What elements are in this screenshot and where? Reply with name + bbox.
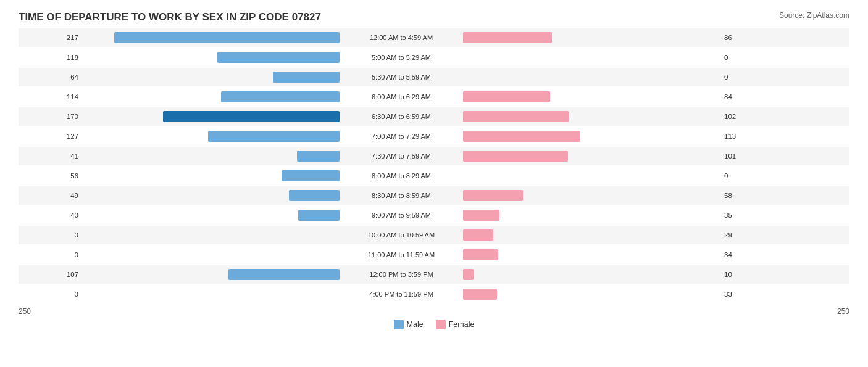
male-value: 0 bbox=[55, 251, 78, 258]
table-row: 114 6:00 AM to 6:29 AM 84 bbox=[19, 88, 849, 106]
chart-area: 217 12:00 AM to 4:59 AM 86 118 5:00 A bbox=[19, 28, 849, 303]
female-value: 101 bbox=[724, 152, 748, 160]
time-label: 5:00 AM to 5:29 AM bbox=[340, 54, 463, 61]
male-value: 0 bbox=[55, 231, 78, 239]
female-swatch bbox=[436, 320, 446, 329]
axis-left-value: 250 bbox=[19, 307, 31, 316]
male-value: 217 bbox=[55, 34, 78, 41]
male-value: 127 bbox=[55, 133, 78, 140]
table-row: 107 12:00 PM to 3:59 PM 10 bbox=[19, 265, 849, 284]
time-label: 4:00 PM to 11:59 PM bbox=[340, 291, 463, 298]
female-value: 0 bbox=[724, 54, 748, 61]
female-value: 29 bbox=[724, 231, 748, 239]
male-value: 49 bbox=[55, 192, 78, 199]
female-value: 33 bbox=[724, 291, 748, 298]
axis-bottom: 250 250 bbox=[19, 307, 849, 316]
male-value: 64 bbox=[55, 73, 78, 81]
male-swatch bbox=[394, 320, 404, 329]
male-value: 56 bbox=[55, 172, 78, 179]
table-row: 56 8:00 AM to 8:29 AM 0 bbox=[19, 167, 849, 185]
table-row: 49 8:30 AM to 8:59 AM 58 bbox=[19, 186, 849, 205]
male-value: 170 bbox=[55, 113, 78, 120]
table-row: 217 12:00 AM to 4:59 AM 86 bbox=[19, 28, 849, 47]
female-value: 113 bbox=[724, 133, 748, 140]
table-row: 0 4:00 PM to 11:59 PM 33 bbox=[19, 285, 849, 303]
female-value: 0 bbox=[724, 73, 748, 81]
legend-female: Female bbox=[436, 320, 475, 329]
time-label: 12:00 PM to 3:59 PM bbox=[340, 271, 463, 278]
table-row: 40 9:00 AM to 9:59 AM 35 bbox=[19, 206, 849, 225]
time-label: 11:00 AM to 11:59 AM bbox=[340, 251, 463, 258]
male-value: 41 bbox=[55, 152, 78, 160]
female-value: 35 bbox=[724, 212, 748, 219]
female-label: Female bbox=[449, 320, 475, 329]
time-label: 8:30 AM to 8:59 AM bbox=[340, 192, 463, 199]
time-label: 6:00 AM to 6:29 AM bbox=[340, 93, 463, 101]
time-label: 7:30 AM to 7:59 AM bbox=[340, 152, 463, 160]
table-row: 118 5:00 AM to 5:29 AM 0 bbox=[19, 48, 849, 67]
female-value: 0 bbox=[724, 172, 748, 179]
table-row: 0 11:00 AM to 11:59 AM 34 bbox=[19, 245, 849, 264]
male-value: 114 bbox=[55, 93, 78, 101]
table-row: 127 7:00 AM to 7:29 AM 113 bbox=[19, 127, 849, 146]
time-label: 9:00 AM to 9:59 AM bbox=[340, 212, 463, 219]
male-label: Male bbox=[407, 320, 424, 329]
female-value: 58 bbox=[724, 192, 748, 199]
female-value: 10 bbox=[724, 271, 748, 278]
chart-container: TIME OF DEPARTURE TO WORK BY SEX IN ZIP … bbox=[0, 0, 868, 367]
male-value: 118 bbox=[55, 54, 78, 61]
male-value: 40 bbox=[55, 212, 78, 219]
table-row: 170 6:30 AM to 6:59 AM 102 bbox=[19, 107, 849, 126]
female-value: 86 bbox=[724, 34, 748, 41]
table-row: 64 5:30 AM to 5:59 AM 0 bbox=[19, 68, 849, 86]
time-label: 8:00 AM to 8:29 AM bbox=[340, 172, 463, 179]
female-value: 34 bbox=[724, 251, 748, 258]
table-row: 0 10:00 AM to 10:59 AM 29 bbox=[19, 226, 849, 244]
source-label: Source: ZipAtlas.com bbox=[779, 11, 849, 20]
male-value: 0 bbox=[55, 291, 78, 298]
axis-right-value: 250 bbox=[837, 307, 849, 316]
time-label: 7:00 AM to 7:29 AM bbox=[340, 133, 463, 140]
female-value: 84 bbox=[724, 93, 748, 101]
time-label: 5:30 AM to 5:59 AM bbox=[340, 73, 463, 81]
time-label: 10:00 AM to 10:59 AM bbox=[340, 231, 463, 239]
chart-title: TIME OF DEPARTURE TO WORK BY SEX IN ZIP … bbox=[19, 11, 849, 23]
legend-male: Male bbox=[394, 320, 424, 329]
time-label: 6:30 AM to 6:59 AM bbox=[340, 113, 463, 120]
table-row: 41 7:30 AM to 7:59 AM 101 bbox=[19, 147, 849, 165]
legend: Male Female bbox=[19, 320, 849, 329]
time-label: 12:00 AM to 4:59 AM bbox=[340, 34, 463, 41]
male-value: 107 bbox=[55, 271, 78, 278]
female-value: 102 bbox=[724, 113, 748, 120]
